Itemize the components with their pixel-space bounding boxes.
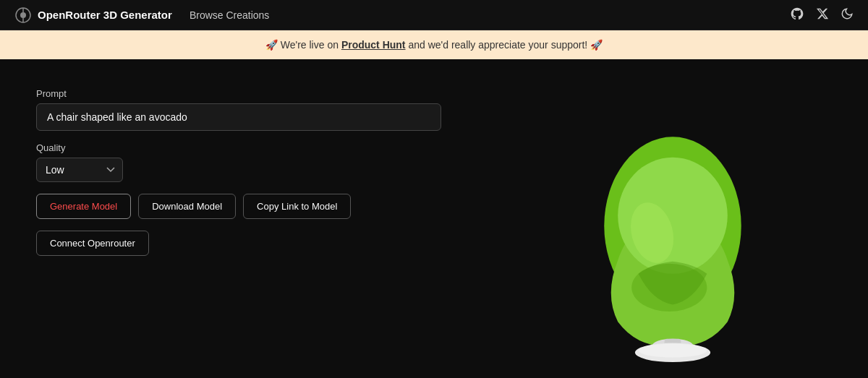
quality-section: Quality Low Medium High — [36, 142, 499, 182]
download-model-button[interactable]: Download Model — [138, 194, 236, 219]
connect-openrouter-button[interactable]: Connect Openrouter — [36, 231, 149, 256]
twitter-icon — [816, 7, 829, 20]
quality-select[interactable]: Low Medium High — [36, 158, 123, 182]
moon-icon — [841, 7, 854, 20]
product-hunt-link[interactable]: Product Hunt — [341, 39, 406, 51]
secondary-buttons: Connect Openrouter — [36, 231, 499, 256]
prompt-section: Prompt — [36, 88, 499, 131]
brand-icon — [14, 7, 32, 24]
avocado-chair-model — [557, 103, 788, 363]
copy-link-button[interactable]: Copy Link to Model — [243, 194, 351, 219]
left-panel: Prompt Quality Low Medium High Generate … — [36, 88, 499, 355]
nav-icon-group — [790, 7, 854, 23]
svg-point-1 — [20, 12, 26, 18]
primary-buttons: Generate Model Download Model Copy Link … — [36, 194, 499, 219]
browse-creations-link[interactable]: Browse Creations — [190, 9, 270, 21]
prompt-label: Prompt — [36, 88, 499, 99]
svg-point-11 — [639, 343, 707, 357]
dark-mode-toggle[interactable] — [841, 7, 854, 22]
github-icon-button[interactable] — [790, 7, 804, 23]
quality-label: Quality — [36, 142, 499, 153]
navbar: OpenRouter 3D Generator Browse Creations — [0, 0, 868, 30]
banner-text-before: 🚀 We're live on — [265, 39, 341, 51]
generate-model-button[interactable]: Generate Model — [36, 194, 131, 219]
banner-text-after: and we'd really appreciate your support!… — [408, 39, 603, 51]
prompt-input[interactable] — [36, 103, 441, 131]
brand-logo: OpenRouter 3D Generator — [14, 7, 172, 24]
main-content: Prompt Quality Low Medium High Generate … — [0, 59, 868, 377]
twitter-icon-button[interactable] — [816, 7, 829, 22]
brand-name: OpenRouter 3D Generator — [38, 9, 172, 21]
product-hunt-banner: 🚀 We're live on Product Hunt and we'd re… — [0, 30, 868, 59]
model-preview-area — [521, 95, 825, 370]
github-icon — [790, 7, 804, 21]
